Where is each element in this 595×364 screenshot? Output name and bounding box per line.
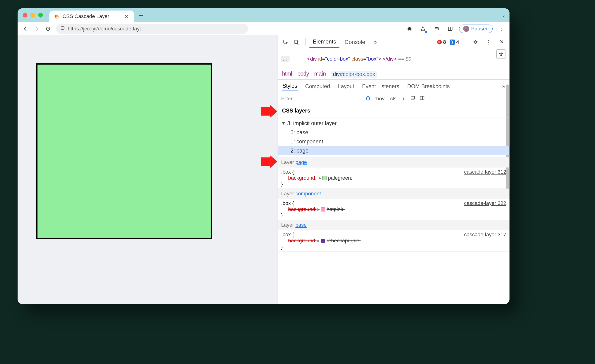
devtools-tabs-overflow-icon[interactable]: » (370, 36, 380, 48)
errors-badge[interactable]: ✕ 8 (437, 39, 446, 45)
color-swatch[interactable] (321, 207, 325, 212)
reading-list-icon[interactable] (432, 24, 441, 34)
maximize-window-button[interactable] (38, 13, 43, 18)
elements-ellipsis[interactable]: … (281, 56, 290, 62)
crumb-body[interactable]: body (297, 71, 309, 78)
address-bar[interactable]: https://jec.fyi/demo/cascade-layer (56, 24, 248, 34)
devtools-toolbar: Elements Console » ✕ 8 ❯ 4 (278, 35, 510, 49)
toolbar-right: Paused ⋮ (405, 24, 506, 34)
tabs-dropdown-icon[interactable]: ⌄ (502, 12, 506, 18)
panel-icon[interactable] (446, 24, 455, 34)
hov-toggle[interactable]: :hov (375, 96, 385, 102)
css-layers-heading: CSS layers (278, 104, 510, 117)
reload-button[interactable] (43, 24, 53, 34)
browser-tab[interactable]: 🎨 CSS Cascade Layer ✕ (50, 11, 134, 22)
window-controls (23, 13, 43, 18)
layer-link-component[interactable]: component (295, 191, 321, 197)
computed-styles-icon[interactable] (410, 96, 415, 102)
subtab-dom-breakpoints[interactable]: DOM Breakpoints (407, 82, 450, 91)
layer-tree-root[interactable]: 3: implicit outer layer (282, 119, 505, 128)
layer-link-base[interactable]: base (295, 222, 307, 228)
profile-paused-pill[interactable]: Paused (459, 25, 493, 33)
tab-title: CSS Cascade Layer (63, 13, 109, 19)
avatar (463, 26, 469, 32)
message-icon: ❯ (450, 40, 455, 45)
back-button[interactable] (21, 24, 30, 34)
styles-filter-row: Filter :hov .cls ＋ (278, 93, 510, 104)
site-info-icon[interactable] (60, 26, 65, 32)
styles-subtabs: Styles Computed Layout Event Listeners D… (278, 80, 510, 93)
elements-selected-node[interactable]: … <div id="color-box" class="box"> </div… (278, 49, 510, 69)
url-text: https://jec.fyi/demo/cascade-layer (68, 26, 144, 32)
extensions-icon[interactable] (405, 24, 414, 34)
messages-count: 4 (456, 39, 459, 45)
cls-toggle[interactable]: .cls (389, 96, 397, 102)
elements-breadcrumb: html body main div#color-box.box (278, 69, 510, 80)
subtab-layout[interactable]: Layout (338, 82, 355, 91)
source-link[interactable]: cascade-layer:312 (464, 169, 506, 175)
callout-arrow-icon (261, 155, 277, 168)
crumb-main[interactable]: main (314, 71, 326, 78)
crumb-selected[interactable]: div#color-box.box (331, 71, 377, 78)
messages-badge[interactable]: ❯ 4 (450, 39, 459, 45)
devtools-tab-elements[interactable]: Elements (309, 36, 340, 48)
new-tab-button[interactable]: ＋ (137, 11, 145, 20)
content-area: Elements Console » ✕ 8 ❯ 4 (18, 35, 510, 304)
subtab-events[interactable]: Event Listeners (362, 82, 400, 91)
crumb-html[interactable]: html (282, 71, 292, 78)
rule-group-page: Layer page cascade-layer:312 .box { back… (278, 158, 510, 189)
layer-tree-item-component[interactable]: 1: component (282, 137, 505, 146)
source-link[interactable]: cascade-layer:317 (464, 232, 506, 238)
menu-icon[interactable]: ⋮ (497, 24, 506, 34)
inspect-element-icon[interactable] (281, 37, 290, 47)
subtabs-overflow-icon[interactable]: » (502, 83, 505, 89)
toggle-layers-icon[interactable] (365, 96, 371, 102)
tab-favicon: 🎨 (54, 14, 59, 19)
forward-button[interactable] (32, 24, 42, 34)
layer-tree-item-base[interactable]: 0: base (282, 128, 505, 137)
svg-point-5 (501, 52, 502, 53)
toolbar: https://jec.fyi/demo/cascade-layer Pause… (18, 22, 510, 35)
svg-rect-1 (448, 27, 452, 30)
styles-filter-input[interactable]: Filter (278, 93, 362, 104)
errors-count: 8 (443, 39, 446, 45)
page-viewport (18, 35, 278, 304)
close-window-button[interactable] (23, 13, 27, 18)
devtools-tab-console[interactable]: Console (341, 36, 368, 48)
close-tab-icon[interactable]: ✕ (124, 13, 129, 20)
svg-rect-6 (411, 96, 414, 99)
css-layers-tree: 3: implicit outer layer 0: base 1: compo… (278, 117, 510, 158)
devtools-panel: Elements Console » ✕ 8 ❯ 4 (278, 35, 510, 304)
layer-link-page[interactable]: page (295, 159, 307, 165)
layer-tree-item-page[interactable]: 2: page (278, 146, 510, 155)
error-icon: ✕ (437, 40, 442, 44)
devtools-close-icon[interactable]: ✕ (497, 37, 506, 47)
sidebar-toggle-icon[interactable] (419, 96, 425, 102)
accessibility-icon[interactable] (496, 49, 506, 59)
color-swatch[interactable] (322, 176, 326, 180)
rule-group-base: Layer base cascade-layer:317 .box { back… (278, 220, 510, 252)
window-titlebar: 🎨 CSS Cascade Layer ✕ ＋ ⌄ (18, 8, 510, 22)
browser-window: 🎨 CSS Cascade Layer ✕ ＋ ⌄ https://jec.fy… (18, 8, 510, 304)
device-toggle-icon[interactable] (292, 37, 302, 47)
devtools-menu-icon[interactable]: ⋮ (484, 37, 493, 47)
labs-icon[interactable] (418, 24, 428, 34)
minimize-window-button[interactable] (30, 13, 35, 18)
svg-rect-7 (420, 96, 424, 100)
subtab-computed[interactable]: Computed (305, 82, 331, 91)
color-swatch[interactable] (321, 239, 325, 243)
callout-arrow-icon (261, 105, 277, 118)
rule-group-component: Layer component cascade-layer:322 .box {… (278, 189, 510, 220)
source-link[interactable]: cascade-layer:322 (464, 200, 506, 206)
subtab-styles[interactable]: Styles (282, 81, 298, 91)
settings-icon[interactable] (471, 37, 480, 47)
paused-label: Paused (471, 26, 489, 32)
new-style-rule-icon[interactable]: ＋ (401, 95, 406, 102)
color-box (36, 63, 212, 239)
caret-down-icon (282, 122, 285, 125)
